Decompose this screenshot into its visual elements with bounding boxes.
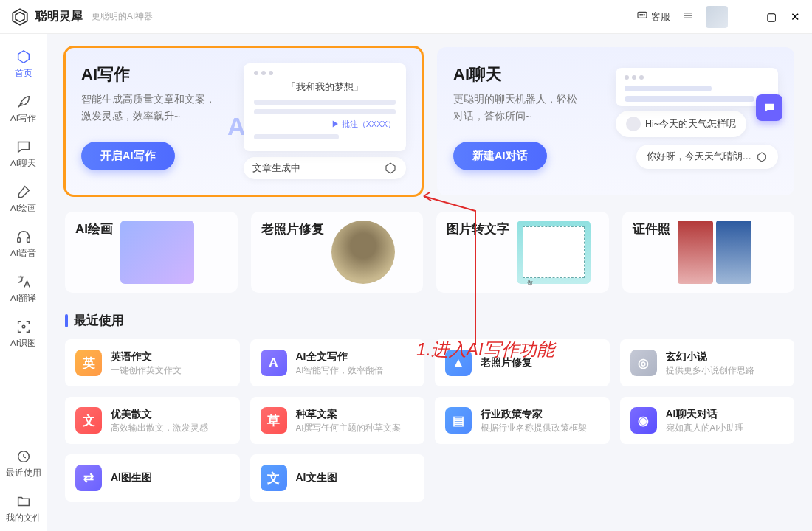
feature-ocr[interactable]: 图片转文字 武昌街的小调 有时候到重庆随意书总会不自然地想武昌街而去走了，最近发… — [436, 212, 609, 293]
brush-icon — [16, 184, 32, 200]
recent-item-title: 种草文案 — [296, 408, 415, 421]
recent-heading: 最近使用 — [65, 312, 794, 329]
sidebar-item-chat[interactable]: AI聊天 — [0, 131, 47, 176]
clock-icon — [16, 448, 32, 465]
titlebar: 聪明灵犀 更聪明的AI神器 客服 — ▢ ✕ — [0, 0, 812, 34]
hero-write-desc: 智能生成高质量文章和文案，激发灵感，效率飙升~ — [81, 91, 244, 125]
recent-item-title: AI图生图 — [111, 471, 230, 485]
recent-item-title: 玄幻小说 — [666, 350, 785, 364]
svg-point-5 — [644, 15, 644, 15]
user-avatar[interactable] — [706, 6, 728, 28]
main-content: AI写作 智能生成高质量文章和文案，激发灵感，效率飙升~ 开启AI写作 AI 「… — [47, 34, 812, 531]
photo-preview-image — [331, 221, 395, 284]
app-slogan: 更聪明的AI神器 — [92, 10, 153, 23]
write-doc-status: 文章生成中 — [244, 157, 406, 179]
start-ai-write-button[interactable]: 开启AI写作 — [81, 142, 175, 170]
app-brand: 聪明灵犀 — [35, 9, 83, 24]
recent-item-desc: 宛如真人的AI小助理 — [666, 423, 785, 434]
recent-item[interactable]: AAI全文写作AI智能写作，效率翻倍 — [250, 339, 425, 386]
hero-card-write[interactable]: AI写作 智能生成高质量文章和文案，激发灵感，效率飙升~ 开启AI写作 AI 「… — [65, 47, 422, 195]
avatar-icon — [626, 117, 641, 131]
hamburger-icon — [682, 10, 694, 24]
recent-item-desc: 根据行业名称提供政策框架 — [481, 423, 599, 434]
chat-icon — [16, 139, 32, 155]
sidebar-item-translate[interactable]: AI翻译 — [0, 266, 47, 311]
recent-item-title: AI全文写作 — [296, 350, 415, 364]
sidebar-item-home[interactable]: 首页 — [0, 41, 47, 86]
recent-item-title: AI聊天对话 — [666, 408, 785, 421]
recent-item-icon: ▤ — [445, 407, 472, 434]
recent-item[interactable]: ◎玄幻小说提供更多小说创作思路 — [620, 339, 795, 386]
hero-card-chat[interactable]: AI聊天 更聪明的聊天机器人，轻松对话，答你所问~ 新建AI对话 — [437, 47, 794, 195]
sidebar-item-recent[interactable]: 最近使用 — [0, 441, 47, 486]
sidebar-item-voice[interactable]: AI语音 — [0, 221, 47, 266]
ocr-preview-image: 武昌街的小调 有时候到重庆随意书总会不自然地想武昌街而去走了，最近发现武昌街大大… — [517, 221, 591, 284]
recent-item-icon: 英 — [75, 350, 102, 376]
chat-fab-icon — [756, 94, 782, 121]
sidebar-item-paint[interactable]: AI绘画 — [0, 176, 47, 221]
svg-point-3 — [640, 15, 641, 15]
recent-item-icon: ◎ — [630, 350, 657, 376]
maximize-button[interactable]: ▢ — [765, 10, 778, 24]
support-button[interactable]: 客服 — [630, 7, 676, 27]
feature-photo-restore[interactable]: 老照片修复 — [251, 212, 424, 293]
recent-item-title: AI文生图 — [296, 471, 415, 485]
close-button[interactable]: ✕ — [788, 10, 802, 24]
recent-item-title: 英语作文 — [111, 350, 230, 364]
feather-icon — [16, 94, 32, 110]
svg-marker-0 — [13, 9, 27, 25]
sidebar-item-ocr[interactable]: AI识图 — [0, 311, 47, 356]
recent-item-desc: 提供更多小说创作思路 — [666, 365, 785, 376]
hero-write-title: AI写作 — [81, 63, 244, 86]
recent-item-desc: 一键创作英文作文 — [111, 365, 230, 376]
recent-item-desc: 高效输出散文，激发灵感 — [111, 423, 230, 434]
recent-item-icon: ⇄ — [75, 465, 102, 491]
recent-item[interactable]: ◉AI聊天对话宛如真人的AI小助理 — [620, 397, 795, 444]
recent-item-title: 行业政策专家 — [481, 408, 599, 421]
translate-icon — [16, 274, 32, 290]
chat-bubble-2: 你好呀，今天天气晴朗… — [636, 145, 779, 169]
recent-item-icon: ◉ — [630, 407, 657, 434]
headphone-icon — [16, 229, 32, 245]
svg-marker-9 — [18, 51, 29, 63]
svg-point-13 — [22, 325, 25, 328]
recent-item[interactable]: 英英语作文一键创作英文作文 — [65, 339, 240, 386]
sidebar-item-files[interactable]: 我的文件 — [0, 486, 47, 531]
recent-item-icon: 草 — [261, 407, 287, 434]
recent-item[interactable]: ▲老照片修复 — [435, 339, 610, 386]
svg-point-4 — [641, 15, 642, 15]
folder-icon — [16, 493, 32, 510]
recent-item-icon: 文 — [261, 465, 287, 491]
chat-bubble-1: Hi~今天的天气怎样呢 — [616, 111, 746, 137]
write-doc-preview: 「我和我的梦想」 ▶ 批注（XXXX） — [244, 63, 406, 151]
svg-rect-11 — [17, 238, 20, 243]
menu-button[interactable] — [676, 7, 700, 27]
recent-item[interactable]: 文AI文生图 — [250, 454, 425, 502]
recent-item[interactable]: ⇄AI图生图 — [65, 454, 240, 502]
recent-item-icon: 文 — [75, 407, 102, 434]
chat-bubble-icon — [636, 10, 648, 24]
hero-chat-title: AI聊天 — [453, 63, 616, 86]
start-ai-chat-button[interactable]: 新建AI对话 — [453, 142, 547, 170]
recent-grid: 英英语作文一键创作英文作文AAI全文写作AI智能写作，效率翻倍▲老照片修复◎玄幻… — [65, 339, 794, 502]
hero-chat-desc: 更聪明的聊天机器人，轻松对话，答你所问~ — [453, 91, 616, 125]
svg-marker-1 — [16, 12, 24, 21]
feature-ai-paint[interactable]: AI绘画 — [65, 212, 238, 293]
svg-rect-12 — [27, 238, 30, 243]
recent-item-icon: ▲ — [445, 350, 472, 376]
recent-item[interactable]: ▤行业政策专家根据行业名称提供政策框架 — [435, 397, 610, 444]
sidebar-item-write[interactable]: AI写作 — [0, 86, 47, 131]
recent-item-title: 优美散文 — [111, 408, 230, 421]
svg-marker-15 — [386, 163, 395, 173]
hexagon-icon — [384, 162, 397, 175]
sidebar: 首页 AI写作 AI聊天 AI绘画 AI语音 AI翻译 AI识图 最 — [0, 34, 47, 531]
recent-item[interactable]: 草种草文案AI撰写任何主题的种草文案 — [250, 397, 425, 444]
hexagon-icon — [16, 49, 32, 65]
recent-item-icon: A — [261, 350, 287, 376]
id-preview-image — [678, 221, 751, 284]
feature-id-photo[interactable]: 证件照 — [622, 212, 795, 293]
recent-item-title: 老照片修复 — [481, 356, 599, 369]
minimize-button[interactable]: — — [741, 10, 754, 24]
recent-item[interactable]: 文优美散文高效输出散文，激发灵感 — [65, 397, 240, 444]
window-controls: — ▢ ✕ — [741, 10, 802, 24]
